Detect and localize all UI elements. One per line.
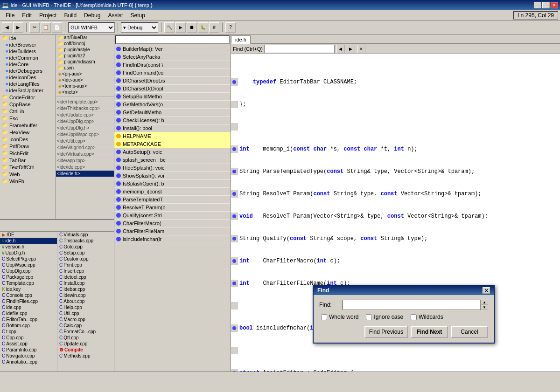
method-parsetemplated[interactable]: ParseTemplatedT <box>114 196 231 204</box>
back-button[interactable]: ◀ <box>2 22 12 33</box>
file-insert[interactable]: CInsert.cpp <box>57 268 114 274</box>
tree-aux-ndisasm[interactable]: 📁plugin/ndisasm <box>56 59 114 65</box>
maximize-button[interactable]: □ <box>542 2 550 8</box>
method-getdefault[interactable]: GetDefaultMetho <box>114 109 231 117</box>
file-idekey[interactable]: Kide.key <box>0 286 57 292</box>
method-charfilterfile[interactable]: CharFilterFileNam <box>114 227 231 235</box>
file-macro[interactable]: CMacro.cpp <box>57 316 114 323</box>
tree-item-winfb[interactable]: 📁WinFb <box>0 178 56 185</box>
file-update[interactable]: CUpdate.cpp <box>57 341 114 347</box>
branch-select[interactable]: GUI WINFB <box>68 22 115 33</box>
file-virtuals[interactable]: CVirtuals.cpp <box>57 232 114 238</box>
method-checklicense[interactable]: CheckLicense(): b <box>114 117 231 124</box>
close-button[interactable]: ✕ <box>551 2 558 8</box>
tree-aux-bz2[interactable]: 📁plugin/bz2 <box>56 53 114 59</box>
method-getmethodvars[interactable]: GetMethodVars(o <box>114 101 231 109</box>
stop-button[interactable]: ⏹ <box>187 22 197 33</box>
tree-item-codeeditor[interactable]: 📁CodeEditor <box>0 94 56 101</box>
file-methods[interactable]: CMethods.cpp <box>57 353 114 359</box>
tree-aux-ide[interactable]: ◈<ide-aux> <box>56 77 114 83</box>
file-idefile[interactable]: Cidefile.cpp <box>0 310 57 316</box>
tree-item-icondes2[interactable]: 📁IconDes <box>0 136 56 143</box>
file-selectpkg[interactable]: CSelectPkg.cpp <box>0 256 57 262</box>
method-findindirs[interactable]: FindInDirs(const \ <box>114 61 231 69</box>
ignore-case-option[interactable]: Ignore case <box>366 314 403 320</box>
tree-item-srcupdater[interactable]: ■ide/SrcUpdater <box>0 87 56 94</box>
file-tcpp[interactable]: Ct.cpp <box>0 329 57 335</box>
method-charfiltermacro[interactable]: CharFilterMacro( <box>114 220 231 227</box>
tree-item-cppbase[interactable]: 📁CppBase <box>0 101 56 108</box>
file-version-h[interactable]: #version.h <box>0 244 57 250</box>
method-setupbuild[interactable]: SetupBuildMetho <box>114 93 231 101</box>
file-help[interactable]: CHelp.cpp <box>57 304 114 310</box>
method-issplashopen[interactable]: IsSplashOpen(): b <box>114 180 231 188</box>
file-findinfiles[interactable]: CFindInFiles.cpp <box>0 298 57 304</box>
tree-item-esc[interactable]: 📁Esc <box>0 115 56 122</box>
file-thisbacks[interactable]: CThisbacks.cpp <box>57 238 114 244</box>
tree-item-icondes[interactable]: ■ide/IconDes <box>0 74 56 81</box>
find-input[interactable] <box>265 45 335 53</box>
find-arrow-up[interactable]: ▲ <box>481 300 488 305</box>
hash-button[interactable]: # <box>209 22 219 33</box>
method-showsplash[interactable]: ShowSplash(): voi <box>114 172 231 180</box>
file-idebar[interactable]: Cidebar.cpp <box>57 286 114 292</box>
build-all-button[interactable]: 🔨 <box>164 22 175 33</box>
file-editortab[interactable]: CEditorTab...cpp <box>0 316 57 323</box>
file-ide-cpp[interactable]: Cide.cpp <box>0 304 57 310</box>
menu-build[interactable]: Build <box>60 11 80 20</box>
find-next-button[interactable]: Find Next <box>411 326 448 338</box>
tab-ide-h[interactable]: ide.h <box>231 35 251 44</box>
method-dlcharset[interactable]: DlCharset(DropLis <box>114 77 231 85</box>
code-area[interactable]: typedef EditorTabBar CLASSNAME; }; int m… <box>231 54 560 371</box>
tree-item-langfiles[interactable]: ■ide/LangFiles <box>0 81 56 87</box>
tree-item-browser[interactable]: ■ide/Browser <box>0 41 56 48</box>
tree-aux-prj[interactable]: ◈<prj-aux> <box>56 71 114 77</box>
method-resolvetparam[interactable]: ResolveT Param(o <box>114 204 231 212</box>
file-idetool[interactable]: Cidetool.cpp <box>57 274 114 280</box>
file-cpp[interactable]: CCpp.cpp <box>0 335 57 341</box>
file-assist[interactable]: CAssist.cpp <box>0 341 57 347</box>
method-dlcharsetd[interactable]: DlCharsetD(Dropl <box>114 85 231 93</box>
file-console[interactable]: CConsole.cpp <box>0 292 57 298</box>
wildcards-option[interactable]: Wildcards <box>411 314 443 320</box>
tree-item-richedit[interactable]: 📁RichEdit <box>0 150 56 157</box>
tree-aux-temp[interactable]: ◈<temp-aux> <box>56 83 114 89</box>
menu-assist[interactable]: Assist <box>104 11 126 20</box>
file-package[interactable]: CPackage.cpp <box>0 274 57 280</box>
file-annotatio[interactable]: CAnnotatio...cpp <box>0 359 57 365</box>
file-idewin[interactable]: Cidewin.cpp <box>57 292 114 298</box>
tree-item-web[interactable]: 📁Web <box>0 171 56 178</box>
tree-item-ctrllib[interactable]: 📁CtrlLib <box>0 108 56 115</box>
forward-button[interactable]: ▶ <box>13 22 23 33</box>
whole-word-checkbox[interactable] <box>321 314 327 320</box>
file-util[interactable]: CUtil.cpp <box>57 310 114 316</box>
file-bottom[interactable]: CBottom.cpp <box>0 323 57 329</box>
config-select[interactable]: ▾ Debug <box>121 22 158 33</box>
method-selectany[interactable]: SelectAnyPacka <box>114 53 231 61</box>
window-controls[interactable]: _ □ ✕ <box>534 2 558 8</box>
cancel-button[interactable]: Cancel <box>451 326 488 338</box>
tree-item-framebuffer[interactable]: 📁Framebuffer <box>0 122 56 129</box>
ignore-case-checkbox[interactable] <box>366 314 372 320</box>
tree-item-textdiffctrl[interactable]: 📁TextDiffCtrl <box>0 164 56 171</box>
method-splashscreen[interactable]: splash_screen : bc <box>114 156 231 164</box>
cut-button[interactable]: ✂ <box>29 22 40 33</box>
file-calc[interactable]: CCalc.cpp <box>57 323 114 329</box>
tree-aux-bluebar[interactable]: 📁art/BlueBar <box>56 34 114 41</box>
copy-button[interactable]: 📋 <box>41 22 51 33</box>
method-memcmpi[interactable]: memcmp_i(const <box>114 188 231 196</box>
find-previous-button[interactable]: Find Previous <box>364 326 408 338</box>
tree-aux-usvn[interactable]: 📁usvn <box>56 65 114 71</box>
method-search-input[interactable] <box>115 35 230 44</box>
help-button[interactable]: ? <box>225 22 236 33</box>
menu-file[interactable]: File <box>2 11 18 20</box>
file-compile[interactable]: ⚙Compile <box>57 347 114 353</box>
method-metapackage[interactable]: METAPACKAGE <box>114 140 231 148</box>
tree-item-tabbar[interactable]: 📁TabBar <box>0 157 56 164</box>
tree-item-hexview[interactable]: 📁HexView <box>0 129 56 136</box>
find-dialog-close-button[interactable]: ✕ <box>483 287 490 294</box>
file-about[interactable]: CAbout.cpp <box>57 298 114 304</box>
find-next-btn-small[interactable]: ▶ <box>347 45 355 53</box>
tree-item-builders[interactable]: ■ide/Builders <box>0 48 56 55</box>
debug-button[interactable]: 🐛 <box>198 22 208 33</box>
